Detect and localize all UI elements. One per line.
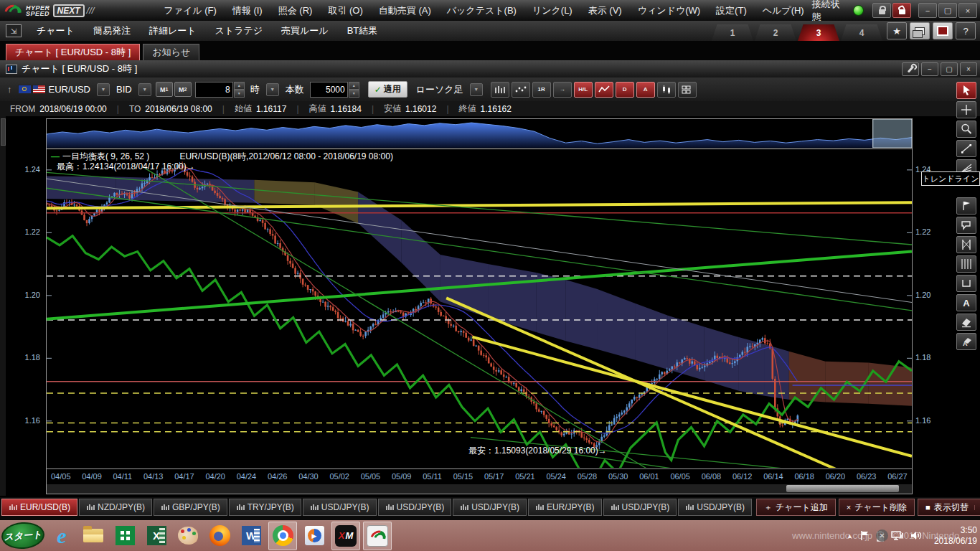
taskbar-app-hyperspeed-next[interactable] — [363, 522, 392, 550]
chart-restore-button[interactable]: ▢ — [941, 62, 958, 76]
taskbar-app-word[interactable]: W — [237, 522, 265, 550]
text-tool[interactable]: A — [956, 294, 976, 311]
bar-chart-icon[interactable] — [491, 82, 509, 98]
add-chart-button[interactable]: ＋チャート追加 — [756, 499, 836, 516]
pair-tab-6[interactable]: USD/JPY(B) — [453, 499, 527, 516]
data-label-icon[interactable]: D — [616, 82, 634, 98]
toolbar-item-5[interactable]: BT結果 — [338, 21, 387, 41]
m1-button[interactable]: M1 — [156, 82, 173, 97]
workspace-tab-1[interactable]: 1 — [712, 24, 753, 41]
toolbar-item-3[interactable]: ストラテジ — [206, 21, 273, 41]
period-input[interactable] — [195, 82, 233, 98]
taskbar-app-internet-explorer[interactable]: e — [47, 522, 76, 550]
pair-tab-1[interactable]: NZD/JPY(B) — [79, 499, 152, 516]
fibonacci-tool[interactable] — [956, 236, 976, 253]
crosshair-tool[interactable] — [956, 101, 976, 118]
doc-tab-0[interactable]: チャート [ EUR/USD - 8時 ] — [6, 44, 140, 60]
chart-window-titlebar[interactable]: チャート [ EUR/USD - 8時 ] − ▢ × — [0, 60, 980, 78]
help-button[interactable]: ? — [956, 22, 976, 39]
chart-style-dropdown[interactable]: ▼ — [470, 83, 483, 96]
pair-tab-0[interactable]: EUR/USD(B) — [1, 499, 77, 516]
grid-icon[interactable] — [678, 82, 697, 98]
toolbar-item-1[interactable]: 簡易発注 — [84, 21, 140, 41]
count-stepper[interactable]: ▲▼ — [349, 82, 359, 98]
vertical-lines-tool[interactable] — [956, 255, 976, 273]
start-button[interactable]: スタート — [1, 521, 45, 550]
period-unit-dropdown[interactable]: ▼ — [266, 83, 279, 96]
taskbar-app-firefox[interactable] — [205, 522, 234, 550]
switch-view-button[interactable]: ■表示切替▼ — [918, 499, 980, 516]
window-switch-icon[interactable]: ⇲ — [6, 24, 22, 37]
tray-expand-icon[interactable]: ▲ — [847, 532, 853, 540]
taskbar-app-file-explorer[interactable] — [79, 522, 108, 550]
taskbar-app-chrome[interactable] — [268, 522, 297, 550]
menu-item-6[interactable]: リンク(L) — [524, 0, 580, 21]
select-tool[interactable] — [956, 82, 976, 99]
menu-item-1[interactable]: 情報 (I) — [225, 0, 270, 21]
period-stepper[interactable]: ▲▼ — [234, 82, 245, 98]
side-dropdown[interactable]: ▼ — [138, 83, 151, 96]
favorite-button[interactable]: ★ — [887, 22, 907, 39]
trend-overlay-icon[interactable] — [595, 82, 613, 98]
m2-button[interactable]: M2 — [174, 82, 192, 97]
menu-item-8[interactable]: ウィンドウ(W) — [630, 0, 708, 21]
zoom-tool[interactable] — [956, 121, 976, 138]
menu-item-2[interactable]: 照会 (R) — [270, 0, 321, 21]
taskbar-clock[interactable]: 3:50 2018/06/19 — [934, 525, 980, 547]
workspace-tab-3[interactable]: 3 — [798, 24, 839, 41]
toolbar-item-2[interactable]: 詳細レート — [140, 21, 206, 41]
volume-icon[interactable] — [910, 530, 923, 541]
eraser-all-tool[interactable]: A — [956, 333, 976, 350]
doc-tab-1[interactable]: お知らせ — [143, 44, 199, 60]
one-r-icon[interactable]: 1R — [532, 82, 551, 98]
workspace-tab-2[interactable]: 2 — [755, 24, 796, 41]
ime-flag-icon[interactable] — [859, 530, 870, 541]
pair-tab-2[interactable]: GBP/JPY(B) — [154, 499, 227, 516]
menu-item-10[interactable]: ヘルプ(H) — [755, 0, 812, 21]
scrollbar-thumb[interactable] — [786, 485, 899, 492]
maximize-layout-button[interactable] — [933, 22, 953, 39]
network-icon[interactable] — [891, 530, 904, 541]
remove-chart-button[interactable]: ×チャート削除 — [839, 499, 915, 516]
menu-item-9[interactable]: 設定(T) — [708, 0, 755, 21]
pair-tab-5[interactable]: USD/JPY(B) — [378, 499, 452, 516]
toolbar-item-0[interactable]: チャート — [27, 21, 84, 41]
battery-icon[interactable] — [876, 530, 885, 542]
app-close-button[interactable]: × — [958, 3, 977, 18]
chart-settings-button[interactable] — [902, 62, 919, 76]
chart-navigator[interactable] — [47, 119, 912, 149]
chart-close-button[interactable]: × — [960, 62, 977, 76]
compare-icon[interactable] — [657, 82, 676, 98]
menu-item-7[interactable]: 表示 (V) — [580, 0, 630, 21]
toolbar-item-4[interactable]: 売買ルール — [272, 21, 338, 41]
channel-tool[interactable] — [956, 275, 976, 292]
pair-tab-3[interactable]: TRY/JPY(B) — [229, 499, 301, 516]
tick-chart-icon[interactable] — [512, 82, 530, 98]
pair-tab-4[interactable]: USD/JPY(B) — [303, 499, 377, 516]
unlock-button[interactable] — [892, 3, 911, 18]
trendline-tool[interactable] — [956, 140, 976, 157]
main-chart[interactable]: —一目均衡表( 9, 26, 52 )EUR/USD(B)(8時,2012/06… — [47, 149, 912, 468]
taskbar-app-media-player[interactable]: ▶ — [300, 522, 329, 550]
apply-button[interactable]: ✓ 適用 — [368, 81, 407, 98]
eraser-tool[interactable] — [956, 314, 976, 331]
menu-item-4[interactable]: 自動売買 (A) — [371, 0, 439, 21]
count-input[interactable] — [310, 82, 348, 98]
pair-dropdown[interactable]: ▼ — [97, 83, 110, 96]
auto-scale-icon[interactable]: A — [636, 82, 655, 98]
pair-tab-7[interactable]: EUR/JPY(B) — [528, 499, 602, 516]
pair-tab-8[interactable]: USD/JPY(B) — [603, 499, 677, 516]
app-minimize-button[interactable]: − — [918, 3, 937, 18]
workspace-tab-4[interactable]: 4 — [841, 24, 882, 41]
menu-item-0[interactable]: ファイル (F) — [156, 0, 224, 21]
lock-button[interactable] — [872, 3, 891, 18]
scroll-up-icon[interactable]: ↑ — [7, 84, 12, 95]
cascade-windows-button[interactable] — [910, 22, 930, 39]
line-marker-icon[interactable]: → — [553, 82, 572, 98]
taskbar-app-xm[interactable]: XXMM — [331, 522, 360, 550]
high-low-icon[interactable]: H/L — [574, 82, 593, 98]
chart-horizontal-scrollbar[interactable] — [47, 484, 912, 494]
taskbar-app-paint[interactable] — [174, 522, 202, 550]
taskbar-app-excel[interactable]: X — [142, 522, 171, 550]
note-tool[interactable] — [956, 197, 976, 215]
